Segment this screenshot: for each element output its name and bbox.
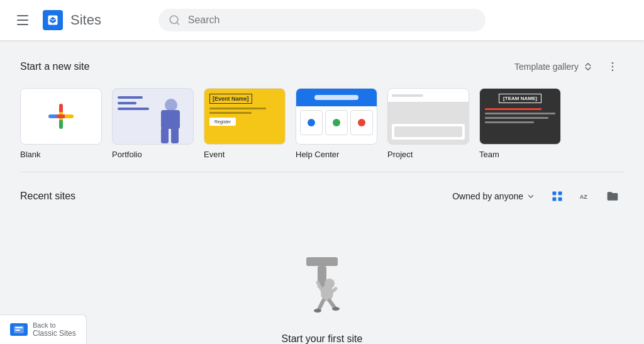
app-header: Sites	[0, 0, 644, 40]
search-wrapper[interactable]	[158, 9, 486, 31]
proj-cell-2	[419, 106, 451, 113]
templates-section: Start a new site Template gallery	[0, 40, 644, 172]
more-vertical-icon	[606, 60, 619, 73]
template-event[interactable]: [Event Name] Register Event	[204, 88, 286, 159]
hc-card-1	[300, 110, 323, 135]
template-project[interactable]: Project	[387, 88, 469, 159]
proj-cell-3	[392, 115, 430, 121]
template-thumb-project[interactable]	[387, 88, 469, 145]
main-content: Start a new site Template gallery	[0, 40, 644, 344]
template-thumb-event[interactable]: [Event Name] Register	[204, 88, 286, 145]
search-bar[interactable]	[158, 9, 486, 31]
empty-state: Start your first site Click + to create …	[20, 223, 624, 344]
recent-header: Recent sites Owned by anyone AZ	[20, 185, 624, 208]
classic-sites-button[interactable]: Back to Classic Sites	[0, 314, 87, 344]
folder-icon	[606, 190, 619, 203]
event-content: [Event Name] Register	[204, 89, 285, 144]
portfolio-line-2	[118, 102, 136, 104]
template-thumb-team[interactable]: [TEAM NAME]	[479, 88, 561, 145]
template-portfolio[interactable]: Portfolio	[112, 88, 194, 159]
back-to-label: Back to	[33, 321, 76, 329]
template-label-helpcenter: Help Center	[296, 150, 339, 159]
template-label-event: Event	[204, 150, 225, 159]
svg-rect-19	[15, 327, 23, 328]
svg-text:AZ: AZ	[580, 194, 588, 200]
template-helpcenter[interactable]: Help Center	[296, 88, 377, 159]
proj-row-2	[392, 115, 465, 121]
grid-view-button[interactable]	[546, 185, 569, 208]
sites-app-icon	[43, 10, 63, 30]
person-leg-right	[171, 128, 179, 143]
proj-row-1	[392, 106, 465, 113]
template-label-project: Project	[387, 150, 413, 159]
empty-state-svg	[284, 248, 360, 323]
svg-rect-6	[558, 197, 562, 201]
person-body	[161, 110, 180, 129]
proj-image-placeholder	[392, 124, 465, 140]
sort-button[interactable]: AZ	[574, 185, 596, 208]
proj-img	[394, 126, 462, 137]
svg-line-13	[332, 289, 336, 292]
classic-sites-text: Back to Classic Sites	[33, 321, 76, 338]
hc-dot-1	[308, 119, 315, 126]
event-line-1	[209, 108, 266, 109]
svg-point-16	[314, 309, 321, 313]
event-line-2	[209, 112, 252, 114]
search-input[interactable]	[188, 14, 475, 26]
proj-cell-4	[432, 115, 451, 121]
template-thumb-helpcenter[interactable]	[296, 88, 377, 145]
hamburger-icon	[17, 15, 28, 25]
team-name-text: [TEAM NAME]	[499, 94, 541, 103]
svg-point-11	[325, 279, 335, 289]
portfolio-line-1	[118, 96, 143, 99]
proj-title-line	[392, 94, 423, 97]
svg-rect-5	[553, 197, 557, 201]
svg-point-1	[612, 66, 614, 68]
sites-logo-svg	[47, 14, 59, 26]
hc-card-3	[350, 110, 373, 135]
more-options-button[interactable]	[601, 55, 624, 78]
classic-sites-logo	[13, 325, 25, 334]
search-icon	[169, 14, 180, 26]
template-label-portfolio: Portfolio	[112, 150, 142, 159]
svg-rect-20	[15, 330, 20, 331]
app-title: Sites	[70, 12, 101, 28]
team-content: [TEAM NAME]	[480, 89, 560, 144]
folder-button[interactable]	[601, 185, 624, 208]
team-line-1	[485, 113, 555, 114]
template-label-blank: Blank	[20, 150, 41, 159]
empty-illustration	[284, 248, 360, 323]
classic-sites-icon	[10, 323, 28, 336]
template-thumb-portfolio[interactable]	[112, 88, 194, 145]
svg-point-17	[332, 307, 340, 311]
event-register-btn: Register	[209, 118, 236, 126]
svg-rect-3	[553, 192, 557, 196]
template-blank[interactable]: Blank	[20, 88, 102, 159]
template-gallery-button[interactable]: Template gallery	[509, 58, 599, 75]
svg-line-15	[330, 301, 335, 308]
owned-by-button[interactable]: Owned by anyone	[447, 187, 541, 205]
hc-body	[296, 106, 377, 139]
template-thumb-blank[interactable]	[20, 88, 102, 145]
team-line-red	[485, 108, 541, 110]
svg-point-0	[612, 62, 614, 64]
portfolio-person	[153, 99, 188, 144]
template-team[interactable]: [TEAM NAME] Team	[479, 88, 561, 159]
project-content	[388, 89, 469, 144]
recent-section: Recent sites Owned by anyone AZ	[0, 172, 644, 344]
person-head	[165, 99, 177, 111]
hc-card-2	[325, 110, 348, 135]
plus-icon	[46, 101, 76, 131]
dropdown-arrow-icon	[526, 191, 536, 201]
template-gallery-label: Template gallery	[514, 62, 579, 72]
svg-point-2	[612, 70, 614, 72]
menu-button[interactable]	[10, 8, 35, 33]
sort-icon: AZ	[579, 190, 591, 203]
person-leg-left	[161, 128, 169, 143]
hc-header	[296, 89, 377, 106]
templates-row: Blank	[20, 88, 624, 159]
svg-rect-4	[558, 192, 562, 196]
team-line-2	[485, 117, 548, 119]
templates-controls: Template gallery	[509, 55, 624, 78]
svg-line-14	[319, 301, 323, 309]
